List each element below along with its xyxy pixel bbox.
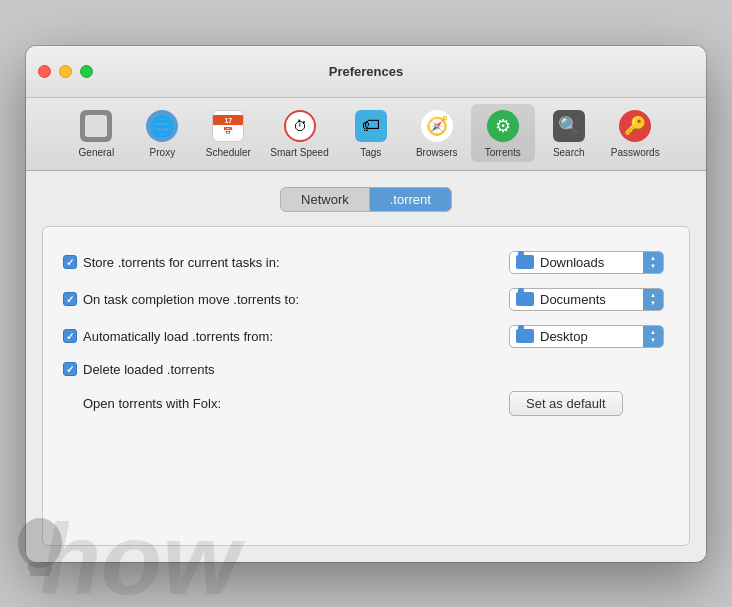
auto-load-dropdown-wrapper: Desktop (509, 325, 669, 348)
auto-load-dropdown[interactable]: Desktop (509, 325, 664, 348)
toolbar-item-general[interactable]: General (64, 104, 128, 162)
move-on-completion-dropdown[interactable]: Documents (509, 288, 664, 311)
search-label: Search (553, 147, 585, 158)
auto-load-arrow (643, 326, 663, 347)
auto-load-label: Automatically load .torrents from: (83, 329, 273, 344)
delete-loaded-row: Delete loaded .torrents (63, 362, 669, 377)
passwords-label: Passwords (611, 147, 660, 158)
store-torrents-label: Store .torrents for current tasks in: (83, 255, 280, 270)
open-with-button-wrapper: Set as default (509, 391, 669, 416)
scheduler-label: Scheduler (206, 147, 251, 158)
torrents-icon: ⚙ (485, 108, 521, 144)
toolbar: General 🌐 Proxy 17 📅 Scheduler (26, 98, 706, 171)
search-icon: 🔍 (551, 108, 587, 144)
settings-panel: Store .torrents for current tasks in: Do… (42, 226, 690, 546)
tab-torrent[interactable]: .torrent (370, 188, 451, 211)
minimize-button[interactable] (59, 65, 72, 78)
toolbar-item-browsers[interactable]: 🧭 Browsers (405, 104, 469, 162)
auto-load-checkbox[interactable] (63, 329, 77, 343)
auto-load-checkbox-wrapper: Automatically load .torrents from: (63, 329, 509, 344)
proxy-icon: 🌐 (144, 108, 180, 144)
passwords-icon: 🔑 (617, 108, 653, 144)
tab-network[interactable]: Network (281, 188, 369, 211)
toolbar-item-smart-speed[interactable]: ⏱ Smart Speed (262, 104, 336, 162)
open-with-label-wrapper: Open torrents with Folx: (63, 396, 509, 411)
auto-load-row: Automatically load .torrents from: Deskt… (63, 325, 669, 348)
proxy-label: Proxy (150, 147, 176, 158)
auto-load-value: Desktop (540, 329, 639, 344)
open-with-row: Open torrents with Folx: Set as default (63, 391, 669, 416)
store-torrents-checkbox[interactable] (63, 255, 77, 269)
tab-group: Network .torrent (280, 187, 452, 212)
traffic-lights (38, 65, 93, 78)
delete-loaded-checkbox-wrapper: Delete loaded .torrents (63, 362, 669, 377)
window-title: Preferences (329, 64, 403, 79)
delete-loaded-label: Delete loaded .torrents (83, 362, 215, 377)
general-label: General (79, 147, 115, 158)
torrents-label: Torrents (485, 147, 521, 158)
tab-bar: Network .torrent (42, 187, 690, 212)
tags-label: Tags (360, 147, 381, 158)
toolbar-item-search[interactable]: 🔍 Search (537, 104, 601, 162)
maximize-button[interactable] (80, 65, 93, 78)
documents-folder-icon (516, 292, 534, 306)
move-on-completion-label: On task completion move .torrents to: (83, 292, 299, 307)
general-icon (78, 108, 114, 144)
store-torrents-checkbox-wrapper: Store .torrents for current tasks in: (63, 255, 509, 270)
store-torrents-value: Downloads (540, 255, 639, 270)
smart-speed-label: Smart Speed (270, 147, 328, 158)
move-on-completion-arrow (643, 289, 663, 310)
move-on-completion-row: On task completion move .torrents to: Do… (63, 288, 669, 311)
move-on-completion-checkbox[interactable] (63, 292, 77, 306)
close-button[interactable] (38, 65, 51, 78)
titlebar: Preferences (26, 46, 706, 98)
browsers-label: Browsers (416, 147, 458, 158)
desktop-folder-icon (516, 329, 534, 343)
set-as-default-button[interactable]: Set as default (509, 391, 623, 416)
browsers-icon: 🧭 (419, 108, 455, 144)
smart-speed-icon: ⏱ (282, 108, 318, 144)
content-area: Network .torrent Store .torrents for cur… (26, 171, 706, 562)
store-torrents-dropdown-wrapper: Downloads (509, 251, 669, 274)
svg-rect-1 (28, 563, 52, 571)
toolbar-item-tags[interactable]: 🏷 Tags (339, 104, 403, 162)
store-torrents-dropdown[interactable]: Downloads (509, 251, 664, 274)
move-on-completion-checkbox-wrapper: On task completion move .torrents to: (63, 292, 509, 307)
tags-icon: 🏷 (353, 108, 389, 144)
store-torrents-row: Store .torrents for current tasks in: Do… (63, 251, 669, 274)
toolbar-item-scheduler[interactable]: 17 📅 Scheduler (196, 104, 260, 162)
scheduler-icon: 17 📅 (210, 108, 246, 144)
svg-rect-2 (30, 571, 50, 576)
store-torrents-arrow (643, 252, 663, 273)
delete-loaded-checkbox[interactable] (63, 362, 77, 376)
open-with-label: Open torrents with Folx: (63, 396, 221, 411)
toolbar-item-torrents[interactable]: ⚙ Torrents (471, 104, 535, 162)
toolbar-item-proxy[interactable]: 🌐 Proxy (130, 104, 194, 162)
toolbar-item-passwords[interactable]: 🔑 Passwords (603, 104, 668, 162)
preferences-window: Preferences General 🌐 Proxy (26, 46, 706, 562)
move-on-completion-dropdown-wrapper: Documents (509, 288, 669, 311)
downloads-folder-icon (516, 255, 534, 269)
move-on-completion-value: Documents (540, 292, 639, 307)
